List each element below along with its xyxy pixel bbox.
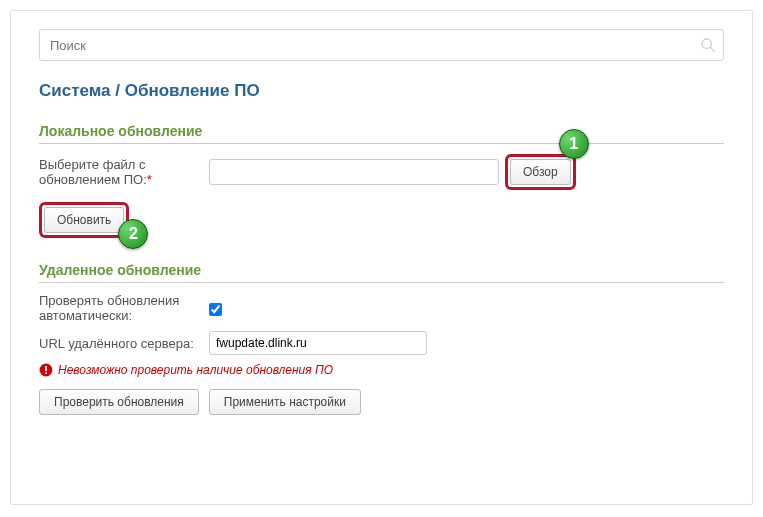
- svg-rect-4: [45, 372, 47, 374]
- url-label: URL удалённого сервера:: [39, 336, 209, 351]
- marker-2: 2: [118, 219, 148, 249]
- apply-button[interactable]: Применить настройки: [209, 389, 361, 415]
- auto-row: Проверять обновления автоматически:: [39, 293, 724, 323]
- error-text: Невозможно проверить наличие обновления …: [58, 363, 333, 377]
- remote-title: Удаленное обновление: [39, 262, 724, 283]
- url-row: URL удалённого сервера:: [39, 331, 724, 355]
- search-icon[interactable]: [700, 37, 716, 53]
- svg-line-1: [710, 47, 715, 52]
- file-input[interactable]: [209, 159, 499, 185]
- remote-section: Удаленное обновление Проверять обновлени…: [39, 262, 724, 415]
- auto-checkbox[interactable]: [209, 303, 222, 316]
- auto-label: Проверять обновления автоматически:: [39, 293, 209, 323]
- button-row: Проверить обновления Применить настройки: [39, 389, 724, 415]
- local-section: Локальное обновление Выберите файл с обн…: [39, 123, 724, 238]
- error-row: Невозможно проверить наличие обновления …: [39, 363, 724, 377]
- svg-rect-3: [45, 366, 47, 371]
- update-button[interactable]: Обновить: [44, 207, 124, 233]
- browse-highlight: Обзор 1: [505, 154, 576, 190]
- content-panel: Система / Обновление ПО Локальное обновл…: [10, 10, 753, 505]
- search-wrap: [39, 29, 724, 61]
- browse-button[interactable]: Обзор: [510, 159, 571, 185]
- file-row: Выберите файл с обновлением ПО:* Обзор 1: [39, 154, 724, 190]
- marker-1: 1: [559, 129, 589, 159]
- update-highlight: Обновить 2: [39, 202, 129, 238]
- breadcrumb: Система / Обновление ПО: [39, 81, 724, 101]
- check-button[interactable]: Проверить обновления: [39, 389, 199, 415]
- url-input[interactable]: [209, 331, 427, 355]
- error-icon: [39, 363, 53, 377]
- svg-point-0: [702, 39, 711, 48]
- search-input[interactable]: [39, 29, 724, 61]
- local-title: Локальное обновление: [39, 123, 724, 144]
- file-label: Выберите файл с обновлением ПО:*: [39, 157, 209, 187]
